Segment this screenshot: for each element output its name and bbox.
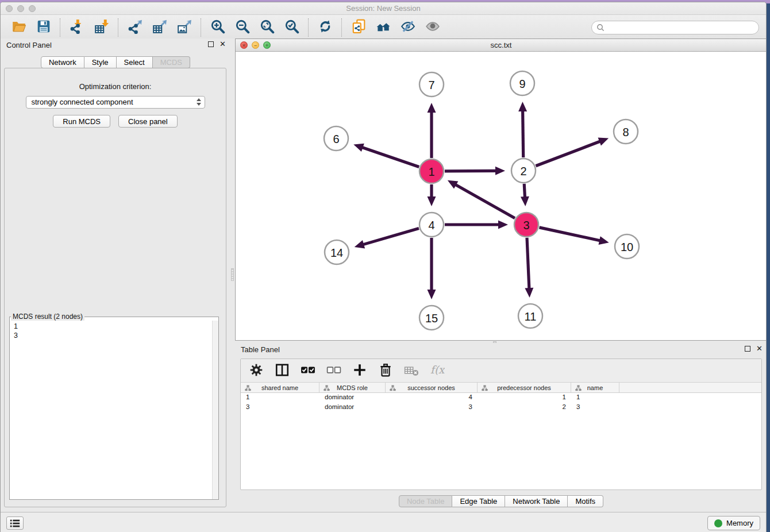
control-panel-header: Control Panel ✕ (1, 38, 230, 52)
tab-edge-table[interactable]: Edge Table (452, 495, 505, 507)
edge-3-11[interactable] (527, 238, 529, 289)
window-zoom-button[interactable] (29, 5, 36, 12)
table-cell[interactable]: 1 (241, 393, 319, 403)
column-settings-button[interactable] (249, 363, 264, 378)
table-cell[interactable]: 3 (386, 403, 478, 413)
edge-arrow-3-11 (525, 288, 533, 298)
node-label-14: 14 (330, 246, 343, 259)
result-scrollbar[interactable] (212, 321, 218, 499)
column-header-shared-name[interactable]: shared name (241, 383, 319, 392)
table-cell[interactable]: dominator (319, 393, 386, 403)
float-panel-icon[interactable] (745, 346, 750, 352)
split-panel-button[interactable] (275, 363, 290, 378)
edge-arrow-2-9 (518, 102, 527, 111)
houses-icon (376, 19, 391, 36)
column-header-predecessor-nodes[interactable]: predecessor nodes (478, 383, 571, 392)
table-toolbar: f(x) (241, 359, 761, 382)
export-table-button[interactable] (147, 17, 172, 38)
gear-icon (249, 363, 264, 379)
tab-node-table[interactable]: Node Table (399, 495, 453, 507)
network-canvas[interactable]: 7968124314101511 (236, 52, 767, 340)
tab-motifs[interactable]: Motifs (568, 495, 603, 507)
edge-4-14[interactable] (363, 228, 419, 244)
show-hidden-button[interactable] (420, 17, 445, 38)
table-row[interactable]: 1dominator411 (241, 393, 761, 403)
float-panel-icon[interactable] (208, 41, 214, 47)
table-cell[interactable]: 2 (478, 403, 571, 413)
duplicate-network-button[interactable] (346, 17, 371, 38)
network-graph[interactable]: 7968124314101511 (236, 52, 767, 340)
tab-network[interactable]: Network (41, 56, 84, 68)
edge-1-2[interactable] (445, 171, 496, 171)
apply-layout-button[interactable] (313, 17, 337, 38)
hide-all-columns-button[interactable] (326, 363, 341, 378)
search-icon (596, 24, 605, 32)
eye-gray-icon (425, 19, 440, 36)
main-toolbar (1, 15, 766, 40)
zoom-selected-button[interactable] (279, 17, 304, 38)
mcds-result-text[interactable]: 1 3 (10, 321, 212, 499)
open-session-button[interactable] (6, 17, 31, 38)
column-header-name[interactable]: name (571, 383, 619, 392)
zoom-in-button[interactable] (205, 17, 230, 38)
zoom-out-icon (235, 19, 250, 36)
hide-selected-button[interactable] (395, 17, 420, 38)
close-panel-icon[interactable]: ✕ (756, 346, 763, 352)
table-cell[interactable]: 3 (241, 403, 319, 413)
criterion-select[interactable]: strongly connected component (26, 96, 205, 109)
tab-network-table[interactable]: Network Table (505, 495, 568, 507)
close-panel-icon[interactable]: ✕ (220, 41, 226, 47)
vertical-splitter[interactable] (230, 38, 235, 512)
export-network-button[interactable] (122, 17, 147, 38)
zoom-selected-icon (284, 19, 299, 36)
zoom-out-button[interactable] (230, 17, 255, 38)
edge-3-1[interactable] (455, 184, 515, 218)
edge-2-9[interactable] (523, 110, 523, 157)
memory-button[interactable]: Memory (707, 516, 760, 530)
window-minimize-button[interactable] (17, 5, 24, 12)
import-table-button[interactable] (89, 17, 114, 38)
network-close-button[interactable]: × (240, 41, 248, 49)
check-pair-icon (301, 363, 315, 379)
show-all-networks-button[interactable] (371, 17, 395, 38)
search-input[interactable] (605, 23, 754, 32)
table-cell[interactable]: 1 (571, 393, 619, 403)
edge-2-3[interactable] (524, 184, 525, 198)
save-session-button[interactable] (31, 17, 56, 38)
delete-columns-button[interactable] (378, 363, 393, 378)
window-close-button[interactable] (6, 5, 13, 12)
search-box (591, 21, 759, 34)
task-history-button[interactable] (6, 516, 24, 530)
control-panel: Control Panel ✕ NetworkStyleSelectMCDS O… (1, 38, 230, 512)
close-panel-button[interactable]: Close panel (118, 115, 178, 128)
network-zoom-button[interactable]: + (263, 41, 271, 49)
show-all-columns-button[interactable] (301, 363, 315, 378)
edge-1-6[interactable] (361, 147, 419, 167)
edge-2-8[interactable] (536, 141, 600, 166)
delete-table-button (404, 363, 419, 378)
edge-3-10[interactable] (539, 228, 600, 241)
create-column-button[interactable] (352, 363, 367, 378)
node-label-10: 10 (621, 241, 633, 253)
run-mcds-button[interactable]: Run MCDS (53, 115, 110, 128)
column-header-successor-nodes[interactable]: successor nodes (386, 383, 478, 392)
network-minimize-button[interactable]: – (252, 41, 259, 49)
table-cell[interactable]: dominator (319, 403, 386, 413)
edge-arrow-3-10 (599, 236, 609, 245)
tab-style[interactable]: Style (84, 56, 117, 68)
node-label-2: 2 (520, 165, 526, 178)
export-image-button[interactable] (172, 17, 197, 38)
import-network-button[interactable] (64, 17, 89, 38)
tab-select[interactable]: Select (117, 56, 153, 68)
table-cell[interactable]: 3 (571, 403, 619, 413)
zoom-fit-button[interactable] (255, 17, 279, 38)
column-header-MCDS-role[interactable]: MCDS role (319, 383, 386, 392)
uncheck-pair-icon (326, 363, 341, 379)
tab-mcds[interactable]: MCDS (153, 56, 190, 68)
table-row[interactable]: 3dominator323 (241, 403, 761, 413)
node-label-6: 6 (333, 133, 339, 145)
floppy-icon (36, 19, 51, 36)
splitter-handle[interactable] (231, 268, 234, 281)
table-cell[interactable]: 1 (478, 393, 571, 403)
table-cell[interactable]: 4 (386, 393, 478, 403)
